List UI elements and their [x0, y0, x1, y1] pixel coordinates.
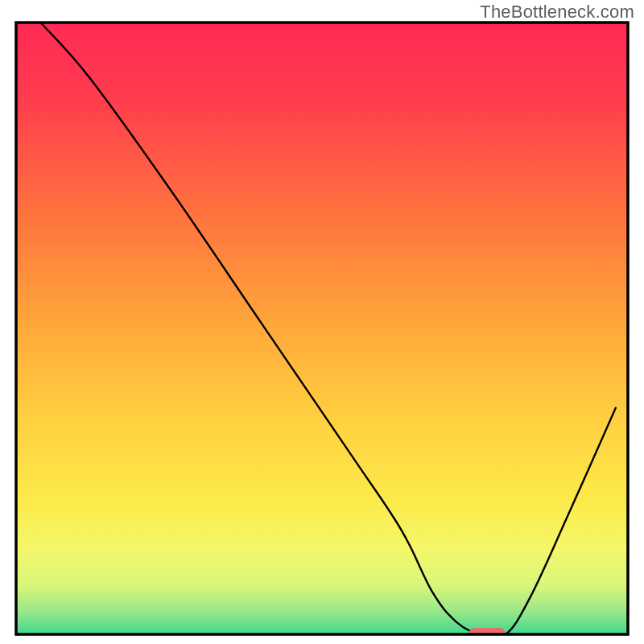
chart-frame: TheBottleneck.com	[0, 0, 644, 644]
gradient-background	[16, 23, 628, 634]
line-chart	[0, 0, 644, 644]
